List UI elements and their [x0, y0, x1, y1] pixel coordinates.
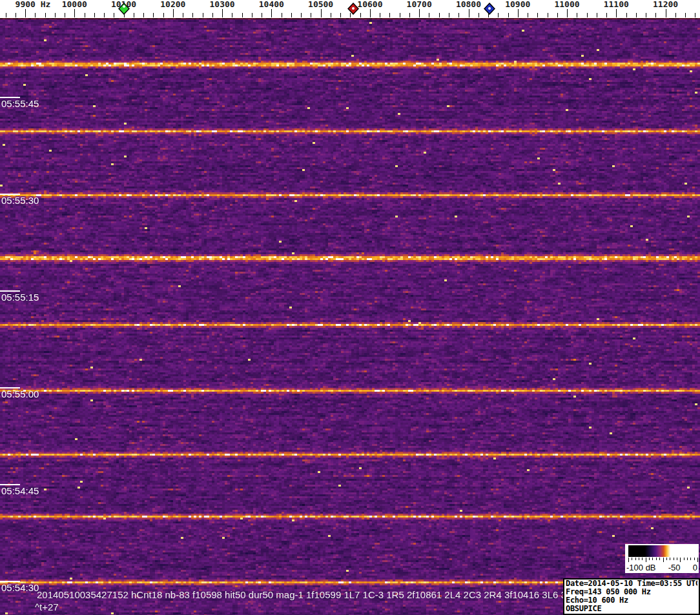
freq-axis-label: 10600	[357, 0, 382, 9]
freq-minor-tick	[646, 13, 646, 17]
info-frequency: Freq=143 050 000 Hz	[566, 588, 697, 596]
frequency-axis-ruler[interactable]: 9900 Hz100001010010200103001040010500106…	[0, 0, 700, 18]
freq-minor-tick	[232, 13, 232, 17]
freq-minor-tick	[479, 13, 479, 17]
colorbar-tick	[628, 558, 629, 562]
freq-minor-tick	[458, 13, 459, 17]
colorbar-tick	[639, 558, 639, 560]
freq-minor-tick	[528, 13, 528, 17]
colorbar-gradient	[628, 545, 697, 557]
time-axis-label: 05:55:15	[1, 292, 39, 303]
info-station: OBSUPICE	[566, 605, 697, 613]
info-date-time: Date=2014-05-10 Time=03:55 UTC	[566, 580, 697, 588]
colorbar-tick	[642, 558, 643, 560]
spectrogram-waterfall[interactable]	[0, 18, 700, 615]
freq-major-tick	[469, 9, 469, 17]
freq-major-tick	[370, 9, 371, 17]
colorbar-min-label: -100 dB	[626, 563, 656, 572]
freq-minor-tick	[449, 13, 449, 17]
freq-minor-tick	[311, 13, 311, 17]
freq-minor-tick	[439, 13, 440, 17]
freq-minor-tick	[537, 13, 538, 17]
freq-minor-tick	[685, 13, 686, 17]
freq-major-tick	[173, 9, 174, 17]
colorbar-tick	[659, 558, 660, 560]
colorbar-tick	[690, 558, 691, 560]
colorbar-tick	[666, 558, 667, 560]
freq-major-tick	[74, 9, 75, 17]
freq-axis-label: 10500	[308, 0, 333, 9]
freq-axis-label: 10700	[407, 0, 432, 9]
freq-minor-tick	[557, 13, 558, 17]
freq-minor-tick	[577, 13, 577, 17]
freq-minor-tick	[192, 13, 193, 17]
freq-axis-label: 10900	[505, 0, 530, 9]
info-echo: Echo=10 600 Hz	[566, 596, 697, 605]
freq-minor-tick	[114, 13, 114, 17]
freq-minor-tick	[94, 13, 95, 17]
blue-frequency-marker-diamond[interactable]	[484, 3, 495, 17]
colorbar-legend: -100 dB -50 0	[625, 544, 699, 573]
freq-minor-tick	[429, 13, 429, 17]
freq-minor-tick	[143, 13, 144, 17]
freq-minor-tick	[400, 13, 400, 17]
green-frequency-marker-diamond[interactable]	[118, 3, 130, 17]
freq-minor-tick	[282, 13, 282, 17]
freq-minor-tick	[183, 13, 183, 17]
freq-minor-tick	[291, 13, 292, 17]
freq-minor-tick	[655, 13, 656, 17]
freq-major-tick	[567, 9, 568, 17]
freq-axis-label: 11200	[653, 0, 678, 9]
freq-axis-label: 10400	[259, 0, 284, 9]
colorbar-max-label: 0	[693, 563, 697, 572]
time-axis-label: 05:55:00	[1, 388, 39, 399]
colorbar-tick	[652, 558, 653, 560]
time-axis-label: 05:55:30	[1, 195, 39, 206]
freq-minor-tick	[695, 13, 695, 17]
freq-minor-tick	[134, 13, 134, 17]
freq-major-tick	[321, 9, 322, 17]
freq-minor-tick	[587, 13, 588, 17]
colorbar-mid-label: -50	[668, 563, 681, 572]
colorbar-tick	[670, 558, 670, 560]
colorbar-tick	[646, 558, 646, 562]
time-axis-label: 05:54:45	[1, 485, 39, 496]
freq-major-tick	[271, 9, 272, 17]
freq-minor-tick	[242, 13, 243, 17]
colorbar-tick	[680, 558, 681, 562]
freq-minor-tick	[85, 13, 85, 17]
freq-minor-tick	[301, 13, 302, 17]
freq-minor-tick	[65, 13, 65, 17]
red-frequency-marker-diamond[interactable]	[347, 3, 359, 17]
colorbar-scale-labels: -100 dB -50 0	[626, 563, 697, 572]
freq-minor-tick	[163, 13, 164, 17]
colorbar-tick	[694, 558, 695, 560]
colorbar-tick	[663, 558, 664, 562]
freq-minor-tick	[508, 13, 509, 17]
observation-info-box: Date=2014-05-10 Time=03:55 UTC Freq=143 …	[563, 578, 700, 615]
spectrogram-screen: 9900 Hz100001010010200103001040010500106…	[0, 0, 700, 615]
freq-minor-tick	[6, 13, 6, 17]
freq-axis-label: 9900 Hz	[15, 0, 51, 9]
freq-minor-tick	[212, 13, 213, 17]
freq-minor-tick	[597, 13, 597, 17]
freq-minor-tick	[153, 13, 154, 17]
freq-minor-tick	[55, 13, 56, 17]
freq-axis-label: 10000	[62, 0, 87, 9]
time-axis-label: 05:55:45	[1, 98, 39, 109]
colorbar-tick	[677, 558, 677, 560]
colorbar-tick	[649, 558, 650, 560]
colorbar-tick	[635, 558, 636, 560]
freq-minor-tick	[340, 13, 341, 17]
freq-minor-tick	[626, 13, 627, 17]
freq-minor-tick	[35, 13, 36, 17]
freq-axis-label: 10300	[210, 0, 235, 9]
freq-axis-label: 11100	[604, 0, 629, 9]
freq-major-tick	[419, 9, 420, 17]
freq-minor-tick	[203, 13, 203, 17]
freq-axis-label: 10200	[160, 0, 185, 9]
freq-minor-tick	[389, 13, 390, 17]
freq-major-tick	[25, 9, 26, 17]
detection-status-text: 20140510035427152 hCnt18 nb-83 f10598 hi…	[37, 589, 599, 600]
freq-minor-tick	[636, 13, 637, 17]
